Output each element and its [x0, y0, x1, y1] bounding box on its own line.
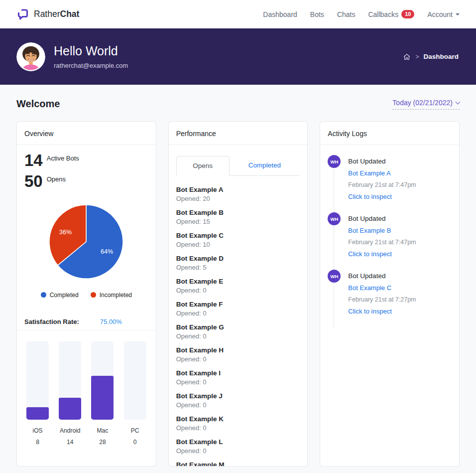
performance-card-title: Performance: [169, 122, 308, 145]
bot-opened-count: Opened: 15: [176, 218, 300, 225]
performance-item-bot-example-a: Bot Example A Opened: 20: [176, 186, 300, 202]
overview-card: Overview 14 Active Bots 50 Opens 64%36% …: [16, 121, 156, 467]
satisfaction-label: Satisfaction Rate:: [24, 318, 79, 325]
satisfaction-value: 75.00%: [100, 318, 122, 325]
date-filter-label: Today (02/21/2022): [392, 99, 453, 107]
performance-item-bot-example-j: Bot Example J Opened: 0: [176, 392, 300, 409]
hero-greeting: Hello World: [54, 44, 128, 58]
bar-track: [124, 341, 146, 420]
legend-dot-icon: [91, 292, 96, 298]
activity-timestamp: February 21st at 7:27pm: [348, 296, 416, 303]
bot-name: Bot Example F: [176, 301, 300, 308]
nav-item-label: Callbacks: [368, 10, 398, 18]
performance-item-bot-example-c: Bot Example C Opened: 10: [176, 232, 300, 248]
divider: [320, 145, 459, 145]
overview-stats: 14 Active Bots 50 Opens: [24, 151, 148, 191]
activity-entry-bot-example-c: WH Bot Updated Bot Example C February 21…: [328, 270, 452, 327]
bot-name: Bot Example G: [176, 323, 300, 331]
performance-item-bot-example-f: Bot Example F Opened: 0: [176, 301, 300, 317]
overview-card-title: Overview: [17, 122, 156, 145]
legend-dot-icon: [41, 292, 46, 298]
pie-data-label: 64%: [101, 248, 113, 255]
date-filter-dropdown[interactable]: Today (02/21/2022): [392, 99, 460, 110]
user-initials-badge: WH: [328, 155, 341, 168]
stat-value: 50: [24, 172, 43, 191]
nav-item-account[interactable]: Account: [427, 10, 460, 18]
performance-item-bot-example-i: Bot Example I Opened: 0: [176, 369, 300, 386]
hero-user-info: Hello World ratherchat@example.com: [54, 44, 128, 69]
bar-value-label: 0: [124, 439, 146, 446]
bot-opened-count: Opened: 0: [176, 401, 300, 409]
chevron-down-icon: [456, 13, 460, 17]
performance-card: Performance Opens Completed Bot Example …: [168, 121, 308, 467]
performance-item-bot-example-h: Bot Example H Opened: 0: [176, 346, 300, 363]
nav-item-label: Dashboard: [263, 10, 297, 18]
bar-category-label: Mac: [91, 427, 114, 434]
performance-item-bot-example-m: Bot Example M Opened: 0: [176, 461, 300, 467]
performance-list: Bot Example A Opened: 20 Bot Example B O…: [176, 186, 300, 467]
performance-item-bot-example-d: Bot Example D Opened: 5: [176, 255, 300, 271]
hero-banner: Hello World ratherchat@example.com > Das…: [0, 28, 476, 85]
nav-item-dashboard[interactable]: Dashboard: [263, 10, 297, 18]
activity-timestamp: February 21st at 7:47pm: [348, 239, 416, 246]
bar-column-mac: Mac28: [91, 341, 114, 446]
bot-name: Bot Example M: [176, 461, 300, 467]
nav-item-chats[interactable]: Chats: [337, 10, 356, 18]
inspect-link[interactable]: Click to inspect: [348, 250, 416, 258]
bot-name: Bot Example C: [176, 232, 300, 239]
bar-track: [26, 341, 49, 420]
bot-opened-count: Opened: 20: [176, 195, 300, 202]
legend-item-completed: Completed: [41, 292, 79, 299]
inspect-link[interactable]: Click to inspect: [348, 308, 416, 315]
home-icon[interactable]: [403, 53, 411, 61]
divider: [169, 145, 308, 145]
performance-tabs: Opens Completed: [176, 156, 300, 176]
cards-row: Overview 14 Active Bots 50 Opens 64%36% …: [16, 121, 460, 467]
bot-name: Bot Example J: [176, 392, 300, 400]
nav-item-callbacks[interactable]: Callbacks 10: [368, 10, 414, 18]
breadcrumb-current[interactable]: Dashboard: [423, 53, 459, 60]
bar-fill: [26, 407, 49, 420]
bar-column-android: Android14: [59, 341, 81, 446]
activity-bot-link[interactable]: Bot Example B: [348, 227, 416, 234]
activity-entry-bot-example-b: WH Bot Updated Bot Example B February 21…: [328, 212, 452, 270]
bot-name: Bot Example A: [176, 186, 300, 193]
activity-bot-link[interactable]: Bot Example A: [348, 169, 416, 177]
bot-opened-count: Opened: 5: [176, 264, 300, 271]
brand-logo[interactable]: RatherChat: [16, 8, 79, 21]
tab-opens[interactable]: Opens: [176, 156, 230, 176]
bar-fill: [91, 376, 114, 420]
bar-category-label: Android: [59, 427, 81, 434]
page-head: Welcome Today (02/21/2022): [16, 98, 460, 110]
breadcrumb: > Dashboard: [403, 53, 459, 61]
inspect-link[interactable]: Click to inspect: [348, 193, 416, 200]
bot-name: Bot Example D: [176, 255, 300, 262]
tab-completed[interactable]: Completed: [230, 156, 300, 175]
top-nav: Dashboard Bots Chats Callbacks 10 Acc: [263, 10, 460, 18]
stat-label: Opens: [47, 175, 66, 191]
stat-label: Active Bots: [47, 155, 79, 170]
bar-track: [91, 341, 114, 420]
bar-track: [59, 341, 81, 420]
activity-title: Bot Updated: [348, 215, 416, 222]
bot-name: Bot Example K: [176, 415, 300, 423]
activity-entry-content: Bot Updated Bot Example B February 21st …: [348, 212, 416, 258]
pie-legend: CompletedIncompleted: [17, 292, 156, 299]
bot-name: Bot Example L: [176, 438, 300, 446]
stat-active-bots: 14 Active Bots: [24, 151, 148, 170]
activity-bot-link[interactable]: Bot Example C: [348, 284, 416, 292]
performance-item-bot-example-l: Bot Example L Opened: 0: [176, 438, 300, 455]
performance-item-bot-example-g: Bot Example G Opened: 0: [176, 323, 300, 340]
activity-card: Activity Logs WH Bot Updated Bot Example…: [320, 121, 460, 467]
performance-item-bot-example-k: Bot Example K Opened: 0: [176, 415, 300, 432]
legend-item-incompleted: Incompleted: [91, 292, 132, 299]
bar-category-label: PC: [124, 427, 146, 434]
nav-item-bots[interactable]: Bots: [310, 10, 324, 18]
user-initials-badge: WH: [328, 270, 341, 283]
performance-item-bot-example-e: Bot Example E Opened: 0: [176, 278, 300, 294]
activity-timeline: WH Bot Updated Bot Example A February 21…: [328, 155, 452, 327]
bot-name: Bot Example B: [176, 209, 300, 216]
callbacks-count-badge: 10: [401, 10, 414, 18]
nav-item-label: Chats: [337, 10, 356, 18]
top-bar: RatherChat Dashboard Bots Chats Callback…: [0, 0, 476, 28]
